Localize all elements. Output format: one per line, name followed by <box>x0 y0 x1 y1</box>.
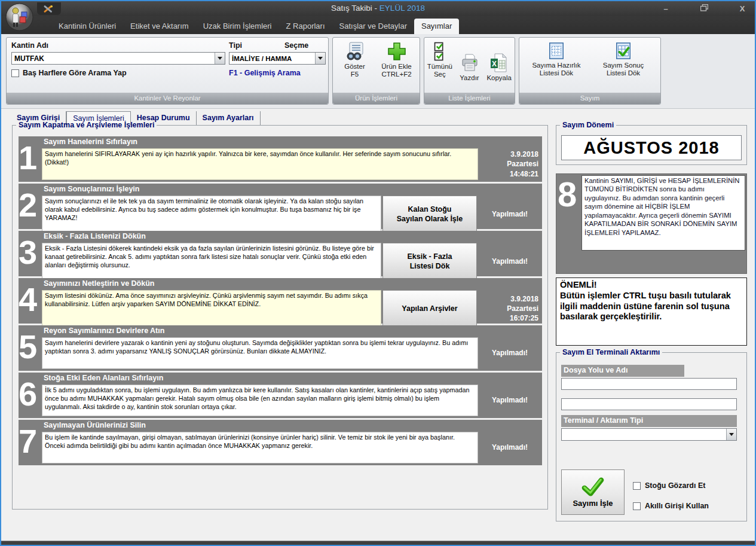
group-liste-islemleri: Tümünü Seç Yazdır <box>424 37 515 105</box>
important-note: ÖNEMLİ! Bütün işlemler CTRL tuşu basılı … <box>556 277 747 346</box>
sayim-sonuc-listesi-button[interactable]: Sayım Sonuç Listesi Dök <box>590 38 657 93</box>
ribbon-tab-kantinin-urunleri[interactable]: Kantinin Ürünleri <box>51 19 123 34</box>
step-4-description: Sayım listesini dökünüz. Ama önce sayımı… <box>42 290 381 327</box>
ribbon-tab-uzak-birim-islemleri[interactable]: Uzak Birim İşlemleri <box>196 19 279 34</box>
content-area: Sayım Girişi Sayım İşlemleri Hesap Durum… <box>1 109 755 541</box>
svg-text:X: X <box>492 59 497 68</box>
group-title-sayim: Sayım <box>519 93 660 104</box>
ribbon-tab-z-raporlari[interactable]: Z Raporları <box>279 19 332 34</box>
step-8-number: 8 <box>558 175 581 272</box>
sayim-kapatma-group-title: Sayım Kapatma ve Arşivleme İşlemleri <box>16 121 157 129</box>
group-kantinler-ve-reyonlar: Kantin Adı MUTFAK Baş Harflere Göre Aram… <box>6 37 329 105</box>
step-6-number: 6 <box>19 373 41 418</box>
kalan-stogu-sayilan-isle-button[interactable]: Kalan Stoğu Sayılan Olarak İşle <box>382 196 477 233</box>
app-window: Satış Takibi - EYLÜL 2018 – X <box>0 0 756 546</box>
gelismis-arama-link[interactable]: F1 - Gelişmiş Arama <box>229 69 301 77</box>
group-urun-islemleri: Göster F5 Ürün Ekle CTRL+F2 Ürün İşlemle… <box>332 37 420 105</box>
dosya-yolu-input[interactable] <box>561 378 737 390</box>
stogu-gozardi-label: Stoğu Gözardı Et <box>645 481 705 490</box>
step-7-description: Bu işlem ile kantinde sayılmayan, girişi… <box>42 432 478 463</box>
step-7-status: Yapılmadı! <box>478 432 541 463</box>
step-5-status: Yapılmadı! <box>478 337 541 369</box>
big-green-check-icon <box>581 477 605 496</box>
app-menu-button[interactable] <box>5 3 33 31</box>
terminal-tipi-dropdown-button[interactable] <box>726 429 736 440</box>
excel-copy-icon: X <box>489 53 509 72</box>
tipi-combobox[interactable]: İMALİYE / HAMMA <box>229 52 326 65</box>
stogu-gozardi-checkbox[interactable]: Stoğu Gözardı Et <box>633 481 705 490</box>
tipi-label: Tipi <box>229 41 242 50</box>
step-row-1: 1 Sayım Hanelerini Sıfırlayın Sayım hane… <box>19 136 542 182</box>
yazdir-button[interactable]: Yazdır <box>455 38 484 93</box>
step-row-3: 3 Eksik - Fazla Listenizi Dökün Eksik - … <box>19 231 542 276</box>
checkbox-icon <box>11 69 19 77</box>
urun-ekle-label: Ürün Ekle CTRL+F2 <box>381 63 412 78</box>
step-8-description: Kantinin SAYIMI, GİRİŞİ ve HESAP İŞLEMLE… <box>581 175 745 251</box>
checkbox-icon <box>633 502 641 510</box>
sayimi-isle-button[interactable]: Sayımı İşle <box>561 469 625 515</box>
dosya-yolu-input-2[interactable] <box>561 398 737 410</box>
eksik-fazla-listesi-dok-button[interactable]: Eksik - Fazla Listesi Dök <box>382 243 477 280</box>
akilli-giris-checkbox[interactable]: Akıllı Girişi Kullan <box>633 502 709 510</box>
green-plus-icon <box>387 42 406 61</box>
step-6-title[interactable]: Stoğa Etki Eden Alanları Sıfırlayın <box>41 373 542 384</box>
bas-harf-arama-checkbox[interactable]: Baş Harflere Göre Arama Yap <box>11 69 127 77</box>
step-row-4: 4 Sayımınızı Netleştirin ve Dökün Sayım … <box>19 278 542 324</box>
kantin-adi-combobox[interactable]: MUTFAK <box>11 52 225 65</box>
akilli-giris-label: Akıllı Girişi Kullan <box>645 502 709 510</box>
step-6-description: İlk 5 adımı uyguladıktan sonra, bu işlem… <box>42 385 478 416</box>
window-bottom-frame <box>1 541 755 545</box>
double-checkbox-icon <box>431 42 449 61</box>
show-list-binoculars-icon <box>345 42 365 61</box>
tipi-value: İMALİYE / HAMMA <box>229 55 315 62</box>
step-4-title[interactable]: Sayımınızı Netleştirin ve Dökün <box>41 278 542 289</box>
step-4-status: 3.9.2018 Pazartesi 16:07:25 <box>478 290 541 327</box>
side-panel: Sayım Dönemi AĞUSTOS 2018 8 Kantinin SAY… <box>556 109 748 541</box>
step-row-6: 6 Stoğa Etki Eden Alanları Sıfırlayın İl… <box>19 373 542 418</box>
bas-harf-arama-label: Baş Harflere Göre Arama Yap <box>23 69 127 77</box>
kopyala-button[interactable]: X Kopyala <box>483 38 515 93</box>
close-button[interactable]: X <box>736 4 749 13</box>
tumunu-sec-button[interactable]: Tümünü Seç <box>424 38 455 93</box>
step-3-number: 3 <box>19 231 41 276</box>
group-title-urun-islemleri: Ürün İşlemleri <box>333 93 420 104</box>
el-terminali-title: Sayım El Terminali Aktarımı <box>560 348 662 356</box>
terminal-tipi-label: Terminal / Aktarım Tipi <box>561 415 737 427</box>
yapilan-arsivler-button[interactable]: Yapılan Arşivler <box>382 290 477 327</box>
ribbon-tab-satislar-ve-detaylar[interactable]: Satışlar ve Detaylar <box>332 19 414 34</box>
quick-tools-button[interactable] <box>37 2 61 15</box>
urun-ekle-button[interactable]: Ürün Ekle CTRL+F2 <box>375 38 418 93</box>
el-terminali-group: Sayım El Terminali Aktarımı Dosya Yolu v… <box>556 348 747 521</box>
sayima-hazirlik-listesi-button[interactable]: Sayıma Hazırlık Listesi Dök <box>523 38 590 93</box>
step-3-description: Eksik - Fazla Listesini dökerek kantinde… <box>42 243 381 280</box>
sayim-donemi-group: Sayım Dönemi AĞUSTOS 2018 <box>556 121 747 165</box>
ribbon: Kantin Adı MUTFAK Baş Harflere Göre Aram… <box>1 34 755 109</box>
step-row-8[interactable]: 8 Kantinin SAYIMI, GİRİŞİ ve HESAP İŞLEM… <box>556 173 747 274</box>
tipi-dropdown-button[interactable] <box>315 53 325 64</box>
restore-button[interactable] <box>697 4 711 13</box>
title-bar: Satış Takibi - EYLÜL 2018 – X <box>1 1 755 16</box>
ribbon-tab-bar: Kantinin Ürünleri Etiket ve Aktarım Uzak… <box>1 16 755 34</box>
step-2-number: 2 <box>19 184 41 229</box>
step-7-title[interactable]: Sayılmayan Ürünlerinizi Silin <box>41 420 542 431</box>
step-5-title[interactable]: Reyon Sayımlarınızı Devirlere Atın <box>41 325 542 337</box>
ribbon-tab-sayimlar[interactable]: Sayımlar <box>414 19 459 34</box>
group-title-liste-islemleri: Liste İşlemleri <box>424 93 515 104</box>
sayim-sonuc-label: Sayım Sonuç Listesi Dök <box>603 62 644 77</box>
chevron-down-icon <box>318 57 323 60</box>
minimize-button[interactable]: – <box>659 4 672 13</box>
goster-label: Göster F5 <box>344 63 365 78</box>
step-2-title[interactable]: Sayım Sonuçlarınızı İşleyin <box>41 184 542 195</box>
chevron-down-icon <box>218 57 222 60</box>
sayim-donemi-title: Sayım Dönemi <box>560 121 616 129</box>
tools-icon <box>42 5 56 13</box>
step-1-title[interactable]: Sayım Hanelerini Sıfırlayın <box>41 136 542 148</box>
ribbon-tab-etiket-ve-aktarim[interactable]: Etiket ve Aktarım <box>123 19 196 34</box>
secme-label: Seçme <box>284 41 308 50</box>
step-3-title[interactable]: Eksik - Fazla Listenizi Dökün <box>41 231 542 242</box>
terminal-tipi-combobox[interactable] <box>561 428 737 441</box>
checkbox-icon <box>633 482 641 490</box>
kantin-adi-dropdown-button[interactable] <box>215 53 225 64</box>
blue-grid-icon <box>547 42 565 60</box>
goster-button[interactable]: Göster F5 <box>335 38 375 93</box>
